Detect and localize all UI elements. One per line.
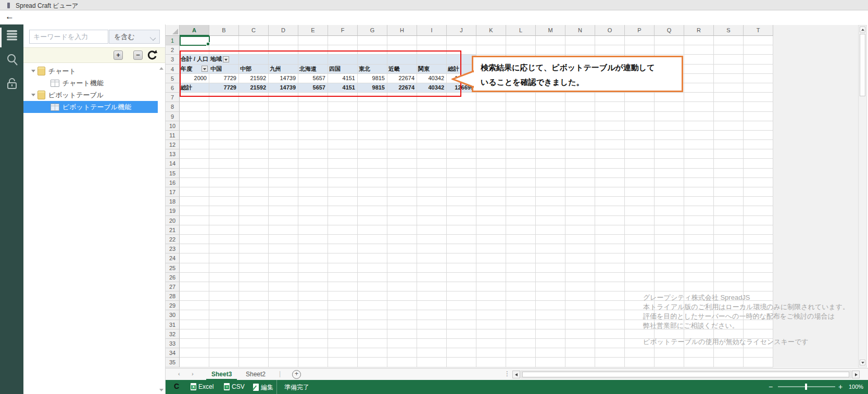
cell-J34[interactable] [447,348,476,358]
cell-F27[interactable] [328,282,358,291]
cell-J27[interactable] [447,282,476,291]
cell-J25[interactable] [447,263,476,273]
cell-S3[interactable] [714,55,744,64]
cell-B34[interactable] [209,348,239,358]
cell-R3[interactable] [684,55,714,64]
search-input[interactable] [29,30,108,44]
tree-item-チャート機能[interactable]: チャート機能 [23,77,158,89]
column-header-P[interactable]: P [625,25,655,36]
cell-E12[interactable] [298,140,328,149]
cell-S16[interactable] [714,178,744,187]
cell-R22[interactable] [684,235,714,244]
cell-R25[interactable] [684,263,714,273]
cell-I21[interactable] [417,225,447,235]
cell-F9[interactable] [328,112,358,121]
cell-B20[interactable] [209,216,239,225]
cell-G21[interactable] [358,225,387,235]
cell-O20[interactable] [595,216,625,225]
cell-N18[interactable] [565,197,595,206]
cell-E14[interactable] [298,159,328,168]
cell-O7[interactable] [595,93,625,102]
cell-F24[interactable] [328,253,358,263]
cell-S10[interactable] [714,121,744,131]
cell-B28[interactable] [209,291,239,301]
cell-N7[interactable] [565,93,595,102]
cell-B13[interactable] [209,149,239,159]
cell-N14[interactable] [565,159,595,168]
cell-O12[interactable] [595,140,625,149]
cell-H16[interactable] [387,178,417,187]
cell-F21[interactable] [328,225,358,235]
cell-G8[interactable] [358,102,387,111]
cell-L8[interactable] [506,102,536,111]
cell-B8[interactable] [209,102,239,111]
cell-P13[interactable] [625,149,655,159]
row-header-35[interactable]: 35 [166,358,180,367]
cell-I8[interactable] [417,102,447,111]
cell-I26[interactable] [417,273,447,282]
cell-O18[interactable] [595,197,625,206]
cell-Q12[interactable] [655,140,684,149]
row-header-5[interactable]: 5 [166,74,180,83]
cell-T3[interactable] [744,55,773,64]
cell-J16[interactable] [447,178,476,187]
cell-M29[interactable] [536,301,565,310]
row-header-10[interactable]: 10 [166,121,180,131]
cell-P23[interactable] [625,244,655,253]
cell-H20[interactable] [387,216,417,225]
cell-J1[interactable] [447,36,476,45]
cell-K22[interactable] [476,235,506,244]
cell-M28[interactable] [536,291,565,301]
cell-E17[interactable] [298,187,328,197]
refresh-icon[interactable]: C [174,382,179,390]
cell-D28[interactable] [269,291,298,301]
cell-M19[interactable] [536,206,565,215]
cell-B19[interactable] [209,206,239,215]
cell-T14[interactable] [744,159,773,168]
cell-O17[interactable] [595,187,625,197]
cell-H28[interactable] [387,291,417,301]
cell-B11[interactable] [209,131,239,140]
cell-E19[interactable] [298,206,328,215]
cell-L17[interactable] [506,187,536,197]
cell-Q7[interactable] [655,93,684,102]
cell-G27[interactable] [358,282,387,291]
cell-L11[interactable] [506,131,536,140]
cell-S1[interactable] [714,36,744,45]
cell-C34[interactable] [239,348,269,358]
cell-F10[interactable] [328,121,358,131]
cell-M25[interactable] [536,263,565,273]
cell-F29[interactable] [328,301,358,310]
cell-O23[interactable] [595,244,625,253]
cell-E35[interactable] [298,358,328,367]
cell-I34[interactable] [417,348,447,358]
cell-D18[interactable] [269,197,298,206]
expanded-arrow-icon[interactable] [31,70,35,72]
cell-T27[interactable] [744,282,773,291]
cell-M35[interactable] [536,358,565,367]
cell-J26[interactable] [447,273,476,282]
row-header-21[interactable]: 21 [166,225,180,235]
cell-Q26[interactable] [655,273,684,282]
add-sheet-button[interactable]: + [292,370,301,379]
row-header-32[interactable]: 32 [166,329,180,339]
row-header-7[interactable]: 7 [166,93,180,102]
cell-S12[interactable] [714,140,744,149]
cell-C8[interactable] [239,102,269,111]
cell-R1[interactable] [684,36,714,45]
horizontal-scroll-thumb[interactable] [522,372,849,377]
cell-L16[interactable] [506,178,536,187]
cell-P35[interactable] [625,358,655,367]
cell-L31[interactable] [506,320,536,329]
row-header-19[interactable]: 19 [166,206,180,215]
cell-M11[interactable] [536,131,565,140]
cell-O35[interactable] [595,358,625,367]
cell-Q27[interactable] [655,282,684,291]
cell-R27[interactable] [684,282,714,291]
cell-K1[interactable] [476,36,506,45]
cell-C1[interactable] [239,36,269,45]
row-header-25[interactable]: 25 [166,263,180,273]
cell-O31[interactable] [595,320,625,329]
cell-R11[interactable] [684,131,714,140]
cell-K25[interactable] [476,263,506,273]
